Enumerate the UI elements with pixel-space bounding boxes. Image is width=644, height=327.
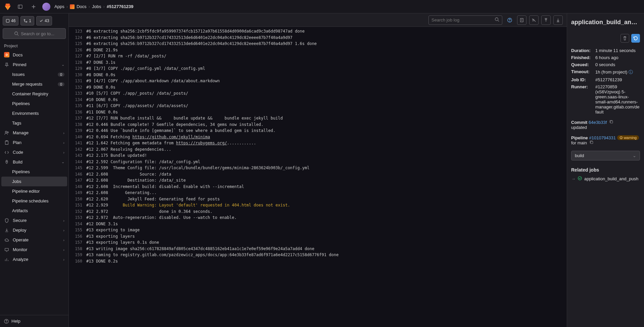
svg-point-40 [621,138,621,139]
rocket-icon [4,160,9,165]
project-link[interactable]: D Docs [0,50,68,60]
line-text: #13 exporting to image [86,227,140,233]
nav-build[interactable]: Build⌄ [0,157,68,167]
nav-label: Tags [12,121,21,126]
nav-plan[interactable]: Plan› [0,138,68,147]
duration-label: Duration: [571,48,595,53]
chevron-down-icon: ⌄ [633,153,636,158]
delete-job-button[interactable] [620,34,629,43]
nav-analyze[interactable]: Analyze› [0,254,68,264]
nav-pipeline-schedules[interactable]: Pipeline schedules [0,196,68,206]
project-badge-icon: D [4,52,9,57]
line-text: #12 2.620 Jekyll Feed: Generating feed f… [86,196,220,202]
monitor-icon [4,247,9,252]
svg-point-22 [495,18,498,21]
copy-icon[interactable] [609,120,613,125]
line-text: #13 exporting layers [86,233,135,240]
copy-branch-icon[interactable] [590,140,594,145]
global-search[interactable]: Search or go to... [3,28,66,39]
line-text: #10 [5/7] COPY ./app/_posts/ /data/_post… [86,90,188,97]
pipeline-label: Pipeline [571,135,588,140]
plus-icon[interactable] [29,2,38,11]
stage-select[interactable]: build ⌄ [571,151,640,160]
nav-deploy[interactable]: Deploy› [0,225,68,235]
nav-operate[interactable]: Operate› [0,235,68,245]
breadcrumb-docs[interactable]: Docs [77,4,87,9]
pipeline-id-link[interactable]: #1010794331 [589,135,616,140]
line-text: #11 DONE 0.0s [86,109,118,115]
pinned-item-container-registry[interactable]: Container Registry [0,89,68,99]
line-text: #12 2.929 Build Warning: Layout 'default… [86,202,290,208]
nav-pipelines[interactable]: Pipelines [0,167,68,177]
svg-point-11 [7,132,9,133]
job-log[interactable]: 123#6 extracting sha256:2cbf5fdc9fa95990… [69,27,567,327]
line-text: #12 2.972 done in 0.364 seconds. [86,208,213,215]
nav-label: Container Registry [12,91,48,96]
nav-jobs[interactable]: Jobs [1,177,67,186]
log-link[interactable]: https://github.com/jekyll/minima [132,135,210,139]
job-log-search-input[interactable] [431,17,495,22]
nav-manage[interactable]: Manage› [0,128,68,138]
log-line: 143#12 2.175 Bundle updated! [69,152,567,159]
job-log-search[interactable] [428,15,502,25]
pinned-collapse[interactable]: Pinned ⌄ [0,60,68,69]
sidebar-toggle-icon[interactable] [15,2,25,11]
nav-secure[interactable]: Secure› [0,216,68,225]
line-number: 140 [69,134,86,140]
log-line: 139#12 0.446 Use `bundle info [gemname]`… [69,128,567,134]
line-text: #9 DONE 0.0s [86,84,116,91]
pinned-item-merge-requests[interactable]: Merge requests0 [0,79,68,89]
svg-point-14 [6,161,7,162]
line-text: #13 DONE 0.2s [86,258,118,265]
related-job-name[interactable]: application_build_and_push [584,176,638,181]
chart-icon [4,257,9,262]
todos-counter[interactable]: 46 [3,16,18,26]
retry-job-button[interactable] [631,34,640,43]
svg-rect-15 [5,248,9,250]
log-line: 127#7 [2/7] RUN rm -rf /data/_posts/ [69,53,567,59]
line-text: #12 0.446 Use `bundle info [gemname]` to… [86,128,276,134]
help-link[interactable]: Help [0,315,68,327]
pinned-item-tags[interactable]: Tags [0,118,68,128]
avatar[interactable] [42,3,50,11]
nav-label: Environments [12,111,39,116]
log-link[interactable]: https://rubygems.org/ [176,141,227,145]
line-number: 145 [69,165,86,171]
nav-monitor[interactable]: Monitor› [0,245,68,254]
log-line: 158#13 writing image sha256:c617828849af… [69,246,567,252]
issues-counter[interactable]: 43 [36,16,52,26]
pinned-item-pipelines[interactable]: Pipelines [0,99,68,108]
scroll-bottom-icon[interactable] [553,15,563,25]
breadcrumb-jobs[interactable]: Jobs [92,4,101,9]
line-number: 127 [69,53,86,59]
stage-value: build [575,153,584,158]
nav-label: Pipelines [12,101,30,106]
timeout-help-icon[interactable]: ⓘ [629,69,633,75]
pinned-item-issues[interactable]: Issues0 [0,69,68,79]
line-text: #6 DONE 21.9s [86,47,118,53]
scroll-off-icon[interactable] [529,15,539,25]
nav-pipeline-editor[interactable]: Pipeline editor [0,186,68,196]
help-icon[interactable] [505,15,514,25]
log-line: 145#12 2.599 Theme Config file: /usr/loc… [69,165,567,171]
mrs-counter[interactable]: 1 [20,16,34,26]
scroll-top-icon[interactable] [541,15,551,25]
breadcrumb-apps[interactable]: Apps [54,4,64,9]
line-number: 153 [69,215,86,221]
svg-rect-41 [591,141,593,144]
nav-code[interactable]: Code› [0,147,68,157]
pinned-item-environments[interactable]: Environments [0,108,68,118]
search-icon[interactable] [495,17,499,23]
nav-artifacts[interactable]: Artifacts [0,206,68,216]
raw-log-icon[interactable] [517,15,526,25]
gitlab-logo[interactable] [4,3,11,10]
breadcrumb-current: #5127761239 [107,4,134,9]
finished-value: 6 hours ago [595,55,640,60]
chevron-down-icon: ⌄ [61,160,64,164]
commit-sha-link[interactable]: 64e3b33f [589,120,607,125]
svg-rect-12 [5,141,8,144]
log-line: 128#7 DONE 3.1s [69,59,567,66]
line-number: 136 [69,109,86,115]
jobid-value: #5127761239 [595,77,640,82]
line-number: 144 [69,159,86,165]
